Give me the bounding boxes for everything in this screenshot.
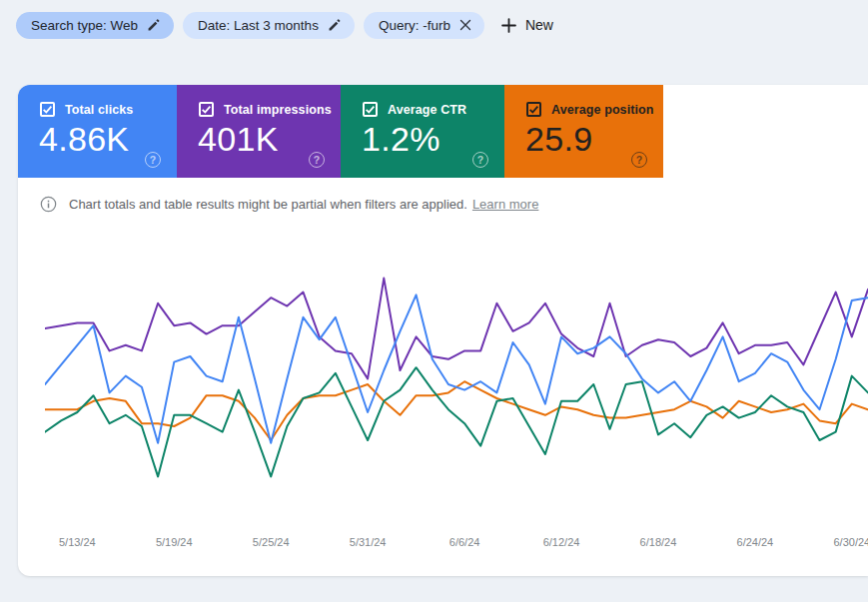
x-axis-label: 6/24/24: [737, 536, 774, 548]
remove-filter-x-icon[interactable]: [459, 19, 471, 31]
x-axis-label: 6/6/24: [449, 536, 480, 548]
checkbox-checked-icon[interactable]: [363, 102, 378, 117]
x-axis-label: 5/19/24: [156, 536, 193, 548]
filter-notice: Chart totals and table results might be …: [40, 196, 538, 213]
notice-text: Chart totals and table results might be …: [69, 197, 467, 212]
filter-bar: Search type: Web Date: Last 3 months Que…: [16, 11, 553, 39]
learn-more-link[interactable]: Learn more: [472, 197, 538, 212]
checkbox-checked-icon[interactable]: [199, 102, 214, 117]
chart-line-total-impressions: [45, 279, 868, 379]
card-header: Total impressions: [199, 102, 332, 117]
filter-chip-query[interactable]: Query: -furb: [364, 12, 484, 39]
metric-value: 25.9: [525, 120, 592, 159]
new-filter-label: New: [525, 17, 553, 33]
report-panel: Total clicks 4.86K ? Total impressions 4…: [18, 85, 868, 576]
filter-chip-search-type[interactable]: Search type: Web: [16, 12, 174, 39]
metric-label: Total clicks: [65, 103, 133, 117]
x-axis-label: 5/13/24: [59, 536, 96, 548]
edit-pencil-icon[interactable]: [147, 18, 161, 32]
card-header: Average position: [526, 102, 654, 117]
metric-label: Average CTR: [388, 103, 466, 117]
metric-card-average-position[interactable]: Average position 25.9 ?: [504, 85, 663, 178]
x-axis-label: 6/18/24: [640, 536, 677, 548]
chart-line-average-ctr: [45, 367, 868, 476]
card-header: Average CTR: [363, 102, 466, 117]
filter-chip-date[interactable]: Date: Last 3 months: [183, 12, 355, 39]
card-header: Total clicks: [40, 102, 133, 117]
metric-value: 1.2%: [362, 120, 440, 159]
filter-chip-label: Query: -furb: [379, 18, 450, 33]
search-console-performance-page: { "filter_bar": { "chips": [ { "label": …: [0, 0, 868, 602]
metric-label: Total impressions: [224, 103, 332, 117]
edit-pencil-icon[interactable]: [328, 18, 342, 32]
info-icon: [40, 196, 57, 213]
help-icon[interactable]: ?: [145, 152, 161, 168]
x-axis-label: 5/25/24: [253, 536, 290, 548]
filter-chip-label: Search type: Web: [31, 18, 138, 33]
chart-x-axis: 5/13/245/19/245/25/245/31/246/6/246/12/2…: [18, 536, 868, 552]
checkbox-checked-icon[interactable]: [40, 102, 55, 117]
metric-cards: Total clicks 4.86K ? Total impressions 4…: [18, 85, 663, 178]
plus-icon: [501, 18, 516, 33]
help-icon[interactable]: ?: [631, 152, 647, 168]
checkbox-checked-icon[interactable]: [526, 102, 541, 117]
help-icon[interactable]: ?: [472, 152, 488, 168]
metric-value: 4.86K: [39, 120, 129, 159]
filter-chip-label: Date: Last 3 months: [198, 18, 319, 33]
metric-label: Average position: [551, 103, 654, 117]
metric-value: 401K: [198, 120, 279, 159]
metric-card-total-impressions[interactable]: Total impressions 401K ?: [177, 85, 341, 178]
new-filter-button[interactable]: New: [501, 17, 553, 33]
metric-card-total-clicks[interactable]: Total clicks 4.86K ?: [18, 85, 177, 178]
x-axis-label: 6/30/24: [833, 536, 868, 548]
help-icon[interactable]: ?: [309, 152, 325, 168]
x-axis-label: 6/12/24: [543, 536, 580, 548]
performance-line-chart[interactable]: [45, 245, 868, 524]
x-axis-label: 5/31/24: [350, 536, 387, 548]
metric-card-average-ctr[interactable]: Average CTR 1.2% ?: [341, 85, 504, 178]
